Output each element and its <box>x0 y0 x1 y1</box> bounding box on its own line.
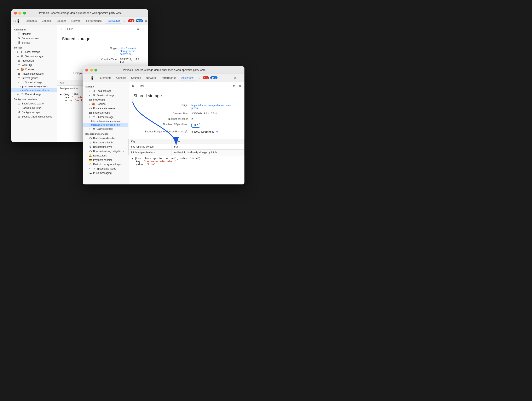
sidebar-bgfetch-1[interactable]: ↓ Background fetch <box>11 106 57 110</box>
sidebar-bfcache-2[interactable]: 🗃 Back/forward cache <box>83 136 128 140</box>
code-val-value-2: "true" <box>146 163 155 166</box>
tab-application-1[interactable]: Application <box>105 18 122 23</box>
tab-console-2[interactable]: Console <box>114 76 128 80</box>
local-label-2: Local storage <box>96 89 111 92</box>
table-row-2-0[interactable]: has-reported-content true <box>129 144 244 150</box>
sidebar-cookies-2[interactable]: ▶ 🍪 Cookies <box>83 102 128 106</box>
tab-network-2[interactable]: Network <box>144 76 158 80</box>
settings-icon-2[interactable]: ⚙ <box>232 76 237 80</box>
creation-value-1: 3/25/2024, 1:17:11 PM <box>120 58 143 64</box>
sidebar-session-storage-1[interactable]: ▶ ⊞ Session storage <box>11 54 57 58</box>
origin-value-2: https://shared-storage-demo-content-prod… <box>191 104 240 110</box>
entropy-info-icon-2[interactable]: i <box>185 130 188 133</box>
sidebar-shared-url1-2[interactable]: https://shared-storage-demo- <box>83 119 128 123</box>
filter-close-1[interactable]: ✕ <box>141 27 146 31</box>
more-menu-2[interactable]: ⋮ <box>238 76 243 80</box>
more-tabs-2[interactable]: » <box>197 76 201 80</box>
filter-refresh-1[interactable]: ↻ <box>59 27 63 31</box>
expand-shared-1: ▼ <box>17 81 19 83</box>
sidebar-service-workers-1[interactable]: ⚙ Service workers <box>11 36 57 40</box>
sidebar-bgfetch-2[interactable]: ↓ Background fetch <box>83 140 128 145</box>
sidebar-private-state-1[interactable]: 🗃 Private state tokens <box>11 71 57 76</box>
code-val-value-1: "writ <box>75 99 82 102</box>
sidebar-local-storage-1[interactable]: ▶ ⊞ Local storage <box>11 50 57 54</box>
indexeddb-label-2: IndexedDB <box>93 98 105 101</box>
filter-input-1[interactable] <box>65 27 134 31</box>
bgfetch-icon-2: ↓ <box>89 141 92 144</box>
sidebar-speculative-2[interactable]: ▶ ↺ Speculative loads <box>83 166 128 171</box>
sidebar-bgsync-1[interactable]: ↺ Background sync <box>11 110 57 115</box>
device-icon-2[interactable]: 📱 <box>90 76 95 80</box>
speculative-label-2: Speculative loads <box>96 167 116 170</box>
bounce-icon-1: 🗃 <box>17 115 20 118</box>
tab-performance-1[interactable]: Performance <box>84 19 104 23</box>
tab-sources-1[interactable]: Sources <box>55 19 69 23</box>
sidebar-private-2[interactable]: 🗃 Private state tokens <box>83 106 128 110</box>
inspect-icon-2[interactable]: ⬚ <box>84 76 89 80</box>
sidebar-bgsync-2[interactable]: ↺ Background sync <box>83 145 128 149</box>
bfcache-label-1: Back/forward cache <box>22 102 44 105</box>
row-key-2-1: third-party-write-demo <box>129 150 172 155</box>
tab-network-1[interactable]: Network <box>70 19 83 23</box>
bgsync-label-2: Background sync <box>93 146 112 148</box>
close-button-2[interactable] <box>85 69 88 71</box>
sidebar-shared-url1-1[interactable]: https://shared-storage-demo- <box>11 84 57 88</box>
sidebar-storage-1[interactable]: 🗄 Storage <box>11 40 57 45</box>
sidebar-shared-storage-1[interactable]: ▼ 🗃 Shared storage <box>11 80 57 84</box>
sidebar-shared-2[interactable]: ▼ 🗃 Shared storage <box>83 115 128 119</box>
window-controls-1 <box>14 12 26 14</box>
filter-input-2[interactable] <box>137 84 230 88</box>
more-tabs-1[interactable]: » <box>123 19 126 23</box>
origin-row-1: Origin https://shared-storage-demo-conte… <box>57 46 148 57</box>
filter-clear-2[interactable]: ⊘ <box>232 84 236 88</box>
table-row-2-1[interactable]: third-party-write-demo written into thir… <box>129 150 244 155</box>
sidebar-payment-2[interactable]: 💳 Payment handler <box>83 158 128 162</box>
tab-sources-2[interactable]: Sources <box>129 76 143 80</box>
tab-console-1[interactable]: Console <box>40 19 54 23</box>
sidebar-interest-2[interactable]: 🗃 Interest groups <box>83 110 128 115</box>
minimize-button-1[interactable] <box>19 12 21 14</box>
sidebar-manifest-1[interactable]: 📄 Manifest <box>11 32 57 36</box>
filter-bar-2: ↻ ⊘ ✕ <box>128 82 244 90</box>
entropy-reload-2[interactable]: ↺ <box>216 130 218 133</box>
filter-close-2[interactable]: ✕ <box>238 84 242 88</box>
cookies-label-2: Cookies <box>96 102 105 106</box>
sidebar-session-2[interactable]: ▶ ⊞ Session storage <box>83 93 128 97</box>
sidebar-websql-1[interactable]: 🗃 Web SQL <box>11 63 57 67</box>
tab-elements-2[interactable]: Elements <box>98 76 113 80</box>
sidebar-interest-1[interactable]: 🗃 Interest groups <box>11 76 57 80</box>
maximize-button-1[interactable] <box>23 12 26 14</box>
tab-performance-2[interactable]: Performance <box>159 76 178 80</box>
tab-elements-1[interactable]: Elements <box>23 19 39 23</box>
tab-application-2[interactable]: Application <box>179 75 196 80</box>
sidebar-local-2[interactable]: ▶ ⊞ Local storage <box>83 89 128 93</box>
sidebar-push-2[interactable]: ☁ Push messaging <box>83 171 128 175</box>
sidebar-cache-1[interactable]: ▶ 🗃 Cache storage <box>11 92 57 96</box>
settings-icon-1[interactable]: ⚙ <box>144 19 148 23</box>
sidebar-indexeddb-2[interactable]: 🗃 IndexedDB <box>83 97 128 102</box>
code-val-label-2: value: <box>136 163 146 166</box>
sidebar-shared-url2-1[interactable]: https://shared-storage-demo- <box>11 88 57 92</box>
sidebar-bounce-2[interactable]: 🗃 Bounce tracking mitigations <box>83 149 128 153</box>
bounce-label-1: Bounce tracking mitigations <box>22 115 52 118</box>
filter-refresh-2[interactable]: ↻ <box>131 84 135 88</box>
bgsync-icon-1: ↺ <box>17 111 20 114</box>
minimize-button-2[interactable] <box>90 69 93 71</box>
device-icon[interactable]: 📱 <box>17 19 20 23</box>
sidebar-2: Storage ▶ ⊞ Local storage ▶ ⊞ Session st… <box>83 82 128 185</box>
sidebar-indexeddb-1[interactable]: 🗃 IndexedDB <box>11 58 57 63</box>
inspect-icon[interactable]: ⬚ <box>13 19 16 23</box>
sidebar-cache-2[interactable]: ▶ 🗃 Cache storage <box>83 127 128 131</box>
sidebar-periodic-2[interactable]: ↺ Periodic background sync <box>83 162 128 166</box>
sidebar-shared-url2-2[interactable]: https://shared-storage-demo- <box>83 123 128 127</box>
bytes-highlight-2: 196 <box>191 123 200 128</box>
sidebar-bounce-1[interactable]: 🗃 Bounce tracking mitigations <box>11 115 57 119</box>
origin-label-1: Origin <box>62 47 120 50</box>
sidebar-cookies-1[interactable]: ▶ 🍪 Cookies <box>11 67 57 71</box>
maximize-button-2[interactable] <box>95 69 97 71</box>
filter-clear-1[interactable]: ⊘ <box>136 27 140 31</box>
close-button-1[interactable] <box>14 12 17 14</box>
sidebar-notifications-2[interactable]: 🔔 Notifications <box>83 153 128 158</box>
sidebar-bfcache-1[interactable]: 🗃 Back/forward cache <box>11 101 57 106</box>
bgsync-icon-2: ↺ <box>89 145 92 148</box>
